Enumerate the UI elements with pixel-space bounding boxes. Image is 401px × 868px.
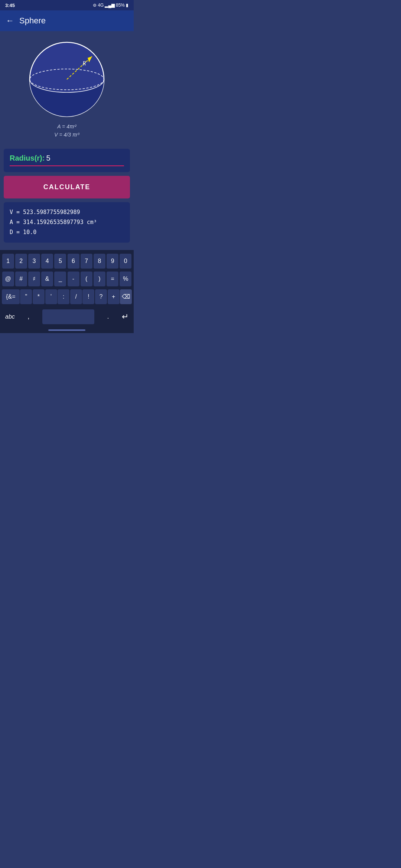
- radius-label-text: Radius(r):: [10, 154, 45, 162]
- key-space[interactable]: [42, 309, 94, 324]
- home-bar: [0, 326, 134, 333]
- key-apostrophe[interactable]: ': [45, 289, 57, 304]
- key-abc[interactable]: abc: [5, 313, 15, 320]
- key-0[interactable]: 0: [120, 254, 131, 269]
- key-enter[interactable]: ↵: [122, 312, 128, 322]
- volume-result: V = 523.5987755982989: [10, 207, 124, 217]
- key-question[interactable]: ?: [95, 289, 107, 304]
- key-slash[interactable]: /: [70, 289, 82, 304]
- key-8[interactable]: 8: [94, 254, 105, 269]
- keyboard-row-symbols: @ # ♯ & _ - ( ) = %: [1, 272, 132, 286]
- formula-area: A = 4πr²: [54, 122, 79, 131]
- signal-bars: ▂▄▆: [105, 3, 115, 8]
- keyboard-row-special: {&= " * ' : / ! ? + ⌫: [1, 289, 132, 304]
- key-3[interactable]: 3: [28, 254, 40, 269]
- key-colon[interactable]: :: [58, 289, 69, 304]
- key-percent[interactable]: %: [120, 272, 131, 286]
- area-result: A = 314.15926535897793 cm³: [10, 217, 124, 227]
- key-delete[interactable]: ⌫: [120, 289, 132, 304]
- status-bar: 3:45 ⊚ 4G ▂▄▆ 85% ▮: [0, 0, 134, 10]
- key-period[interactable]: .: [107, 313, 109, 320]
- key-exclaim[interactable]: !: [82, 289, 94, 304]
- radius-value[interactable]: 5: [46, 154, 50, 162]
- key-star[interactable]: *: [33, 289, 45, 304]
- key-underscore[interactable]: _: [54, 272, 66, 286]
- key-switch[interactable]: {&=: [2, 289, 20, 304]
- key-open-paren[interactable]: (: [81, 272, 92, 286]
- key-ampersand[interactable]: &: [41, 272, 53, 286]
- key-5[interactable]: 5: [54, 254, 66, 269]
- status-icons: ⊚ 4G ▂▄▆ 85% ▮: [93, 3, 128, 8]
- calculate-button[interactable]: CALCULATE: [4, 176, 130, 198]
- input-underline: [10, 165, 124, 166]
- battery-icon: ▮: [126, 3, 128, 8]
- key-hash2[interactable]: ♯: [28, 272, 40, 286]
- results-section: V = 523.5987755982989 A = 314.1592653589…: [4, 202, 130, 243]
- keyboard-row-numbers: 1 2 3 4 5 6 7 8 9 0: [1, 254, 132, 269]
- key-minus[interactable]: -: [68, 272, 79, 286]
- input-section: Radius(r): 5: [4, 149, 130, 172]
- key-6[interactable]: 6: [68, 254, 79, 269]
- key-2[interactable]: 2: [15, 254, 27, 269]
- key-quote[interactable]: ": [20, 289, 32, 304]
- status-time: 3:45: [5, 3, 15, 8]
- key-7[interactable]: 7: [81, 254, 92, 269]
- key-1[interactable]: 1: [2, 254, 14, 269]
- key-9[interactable]: 9: [107, 254, 118, 269]
- radius-label: Radius(r): 5: [10, 154, 124, 162]
- formula-text: A = 4πr² V = 4/3 πr³: [54, 122, 79, 139]
- page-title: Sphere: [19, 16, 46, 26]
- battery-text: 85%: [116, 3, 125, 8]
- key-4[interactable]: 4: [41, 254, 53, 269]
- formula-volume: V = 4/3 πr³: [54, 131, 79, 139]
- key-at[interactable]: @: [2, 272, 14, 286]
- wifi-icon: ⊚: [93, 3, 97, 8]
- keyboard: 1 2 3 4 5 6 7 8 9 0 @ # ♯ & _ - ( ) = % …: [0, 250, 134, 326]
- diagram-area: R A = 4πr² V = 4/3 πr³: [0, 31, 134, 143]
- key-close-paren[interactable]: ): [94, 272, 105, 286]
- key-equals[interactable]: =: [107, 272, 118, 286]
- sphere-diagram: R: [26, 39, 108, 120]
- key-comma[interactable]: ,: [27, 313, 29, 320]
- diameter-result: D = 10.0: [10, 227, 124, 237]
- back-button[interactable]: ←: [6, 16, 14, 26]
- signal-icon: 4G: [98, 3, 104, 8]
- home-indicator: [48, 329, 85, 331]
- svg-text:R: R: [82, 60, 86, 66]
- app-bar: ← Sphere: [0, 10, 134, 31]
- keyboard-bottom-row: abc , . ↵: [1, 307, 132, 326]
- key-hash[interactable]: #: [15, 272, 27, 286]
- key-plus[interactable]: +: [108, 289, 120, 304]
